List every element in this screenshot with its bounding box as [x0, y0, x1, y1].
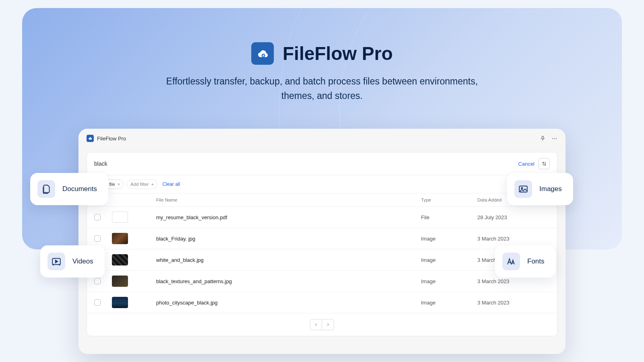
file-thumbnail	[112, 276, 128, 287]
tagline-text: Effortlessly transfer, backup, and batch…	[165, 74, 479, 103]
prev-page-button[interactable]	[310, 319, 322, 330]
float-label: Videos	[72, 257, 93, 265]
add-filter-label: Add filter	[130, 182, 149, 187]
float-label: Fonts	[527, 257, 545, 265]
file-name: my_resume_black_version.pdf	[156, 214, 421, 220]
file-thumbnail	[112, 212, 128, 223]
file-name: black_textures_and_patterns.jpg	[156, 278, 421, 284]
file-thumbnail	[112, 254, 128, 265]
more-icon[interactable]	[551, 136, 557, 142]
file-date: 28 July 2023	[477, 214, 550, 220]
svg-point-2	[554, 138, 555, 139]
row-checkbox[interactable]	[94, 235, 101, 242]
file-date: 3 March 2023	[477, 278, 550, 284]
clear-all-button[interactable]: Clear all	[162, 181, 180, 187]
column-header-name: File Name	[156, 197, 421, 202]
documents-icon	[37, 180, 55, 198]
file-date: 3 March 2023	[477, 300, 550, 306]
table-row[interactable]: black_textures_and_patterns.jpgImage3 Ma…	[87, 271, 557, 292]
app-mini-logo-icon	[87, 135, 94, 142]
app-header: FileFlow Pro	[78, 129, 566, 148]
float-card-videos: Videos	[40, 245, 105, 278]
float-card-images: Images	[507, 173, 573, 205]
file-type: Image	[421, 257, 477, 263]
videos-icon	[47, 253, 65, 270]
float-label: Images	[539, 185, 562, 193]
search-input[interactable]	[94, 160, 518, 167]
row-checkbox[interactable]	[94, 278, 101, 284]
float-label: Documents	[62, 185, 97, 193]
file-type: Image	[421, 300, 477, 306]
brand-block: FileFlow Pro	[251, 42, 392, 65]
row-checkbox[interactable]	[94, 299, 101, 306]
table-row[interactable]: white_and_black.jpgImage3 March 2023	[87, 249, 557, 271]
plus-icon: +	[151, 182, 154, 187]
brand-logo-icon	[251, 42, 274, 65]
svg-point-1	[552, 138, 553, 139]
table-header: File Name Type Data Added	[87, 193, 557, 207]
pagination	[87, 313, 557, 336]
file-type: Image	[421, 236, 477, 242]
row-checkbox[interactable]	[94, 214, 101, 220]
cancel-button[interactable]: Cancel	[518, 161, 535, 167]
search-row: Cancel	[87, 152, 557, 175]
file-date: 3 March 2023	[477, 236, 550, 242]
close-icon[interactable]: ×	[118, 182, 120, 187]
file-type: File	[421, 214, 477, 220]
column-header-type: Type	[421, 197, 477, 202]
file-thumbnail	[112, 233, 128, 244]
app-window: FileFlow Pro Cancel	[78, 129, 566, 354]
file-name: white_and_black.jpg	[156, 257, 421, 263]
next-page-button[interactable]	[322, 319, 334, 330]
table-row[interactable]: photo_cityscape_black.jpgImage3 March 20…	[87, 292, 557, 313]
table-row[interactable]: black_Friday. jpgImage3 March 2023	[87, 228, 557, 249]
pin-icon[interactable]	[540, 136, 546, 142]
content-card: Cancel Type file × Add filter + Clear al…	[87, 152, 557, 336]
app-name: FileFlow Pro	[97, 136, 126, 142]
sort-button[interactable]	[539, 158, 550, 169]
svg-point-3	[556, 138, 557, 139]
fonts-icon	[502, 253, 520, 270]
brand-title: FileFlow Pro	[283, 43, 392, 64]
file-name: photo_cityscape_black.jpg	[156, 300, 421, 306]
table-row[interactable]: my_resume_black_version.pdfFile28 July 2…	[87, 207, 557, 228]
images-icon	[514, 180, 532, 198]
file-type: Image	[421, 278, 477, 284]
float-card-documents: Documents	[30, 173, 108, 205]
file-name: black_Friday. jpg	[156, 236, 421, 242]
add-filter-button[interactable]: Add filter +	[127, 179, 157, 189]
file-thumbnail	[112, 297, 128, 308]
float-card-fonts: Fonts	[495, 245, 556, 278]
filter-row: Type file × Add filter + Clear all	[87, 175, 557, 193]
svg-point-6	[521, 187, 522, 189]
